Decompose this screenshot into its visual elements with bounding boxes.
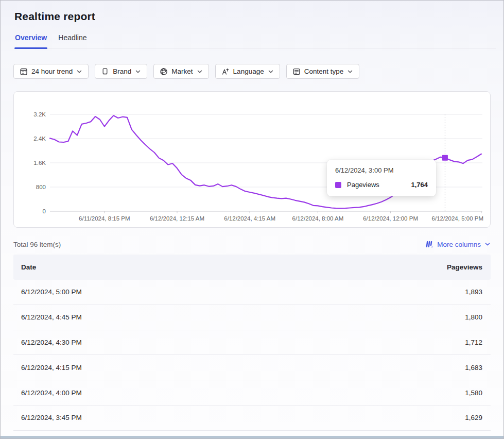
table-meta-bar: Total 96 item(s) More columns <box>13 240 491 248</box>
pageviews-table: Date Pageviews 6/12/2024, 5:00 PM 1,893 … <box>13 255 491 431</box>
tab-bar: Overview Headline <box>14 33 496 48</box>
calendar-icon <box>20 67 28 76</box>
table-row: 6/12/2024, 4:00 PM 1,580 <box>13 380 491 406</box>
tooltip-series-row: Pageviews 1,764 <box>335 181 428 189</box>
row-pageviews-cell: 1,580 <box>465 389 482 397</box>
svg-text:6/12/2024, 12:00 PM: 6/12/2024, 12:00 PM <box>363 215 418 222</box>
filter-content-type[interactable]: Content type <box>286 64 360 79</box>
chevron-down-icon <box>197 69 203 75</box>
pageviews-series-swatch <box>335 182 341 188</box>
total-items-text: Total 96 item(s) <box>13 241 61 248</box>
svg-text:3.2K: 3.2K <box>33 111 46 117</box>
svg-text:2.4K: 2.4K <box>33 136 46 142</box>
translate-icon <box>221 67 230 76</box>
svg-text:6/11/2024, 8:15 PM: 6/11/2024, 8:15 PM <box>79 215 130 222</box>
table-row: 6/12/2024, 3:45 PM 1,629 <box>13 406 491 431</box>
tooltip-series-value: 1,764 <box>411 181 428 189</box>
svg-text:6/12/2024, 8:00 AM: 6/12/2024, 8:00 AM <box>292 215 344 222</box>
row-date-cell: 6/12/2024, 4:00 PM <box>21 389 82 397</box>
table-body: 6/12/2024, 5:00 PM 1,893 6/12/2024, 4:45… <box>13 280 491 431</box>
filter-language[interactable]: Language <box>215 64 280 79</box>
window-bottom-edge <box>1 436 503 438</box>
filter-24-hour-trend[interactable]: 24 hour trend <box>13 64 89 79</box>
chevron-down-icon <box>135 69 141 75</box>
tab-overview[interactable]: Overview <box>14 33 47 48</box>
svg-text:6/12/2024, 4:15 AM: 6/12/2024, 4:15 AM <box>224 215 275 222</box>
filter-label: Market <box>171 67 193 75</box>
filter-market[interactable]: Market <box>153 64 208 79</box>
svg-text:800: 800 <box>36 184 46 190</box>
globe-icon <box>160 67 168 76</box>
row-date-cell: 6/12/2024, 4:45 PM <box>21 313 82 321</box>
svg-text:6/12/2024, 12:15 AM: 6/12/2024, 12:15 AM <box>150 215 204 222</box>
realtime-report-window: Realtime report Overview Headline 24 hou… <box>0 0 504 439</box>
table-header-row: Date Pageviews <box>13 255 491 280</box>
svg-text:1.6K: 1.6K <box>33 160 46 166</box>
row-date-cell: 6/12/2024, 5:00 PM <box>21 288 82 296</box>
more-columns-button[interactable]: More columns <box>425 240 491 248</box>
more-columns-label: More columns <box>437 241 481 248</box>
filter-label: Brand <box>113 67 131 75</box>
row-pageviews-cell: 1,893 <box>465 288 482 296</box>
chevron-down-icon <box>76 69 82 75</box>
tooltip-series-label: Pageviews <box>347 181 379 189</box>
chevron-down-icon <box>268 69 274 75</box>
column-header-pageviews: Pageviews <box>447 263 482 271</box>
column-header-date: Date <box>21 263 36 271</box>
tooltip-date: 6/12/2024, 3:00 PM <box>335 166 428 174</box>
table-row: 6/12/2024, 5:00 PM 1,893 <box>13 280 491 305</box>
filter-label: Language <box>233 67 264 75</box>
chevron-down-icon <box>484 241 491 247</box>
chevron-down-icon <box>347 69 353 75</box>
row-pageviews-cell: 1,800 <box>465 313 482 321</box>
filter-bar: 24 hour trend Brand Market <box>13 64 503 79</box>
row-date-cell: 6/12/2024, 4:15 PM <box>21 364 82 372</box>
table-row: 6/12/2024, 4:15 PM 1,683 <box>13 355 491 380</box>
filter-label: Content type <box>304 67 344 75</box>
page-title: Realtime report <box>14 10 503 23</box>
brand-icon <box>101 67 109 76</box>
tab-headline[interactable]: Headline <box>58 33 87 48</box>
pageviews-chart-card: 08001.6K2.4K3.2K6/11/2024, 8:15 PM6/12/2… <box>13 91 491 228</box>
row-pageviews-cell: 1,712 <box>465 339 482 346</box>
svg-text:6/12/2024, 5:00 PM: 6/12/2024, 5:00 PM <box>432 215 483 222</box>
column-edit-icon <box>425 240 433 248</box>
svg-text:0: 0 <box>43 208 46 214</box>
row-pageviews-cell: 1,629 <box>465 414 482 421</box>
filter-label: 24 hour trend <box>31 67 73 75</box>
row-date-cell: 6/12/2024, 4:30 PM <box>21 339 82 346</box>
chart-tooltip: 6/12/2024, 3:00 PM Pageviews 1,764 <box>327 160 436 196</box>
table-row: 6/12/2024, 4:45 PM 1,800 <box>13 305 491 330</box>
filter-brand[interactable]: Brand <box>95 64 147 79</box>
table-row: 6/12/2024, 4:30 PM 1,712 <box>13 330 491 356</box>
row-pageviews-cell: 1,683 <box>465 364 482 372</box>
content-type-icon <box>292 67 301 76</box>
row-date-cell: 6/12/2024, 3:45 PM <box>21 414 82 421</box>
